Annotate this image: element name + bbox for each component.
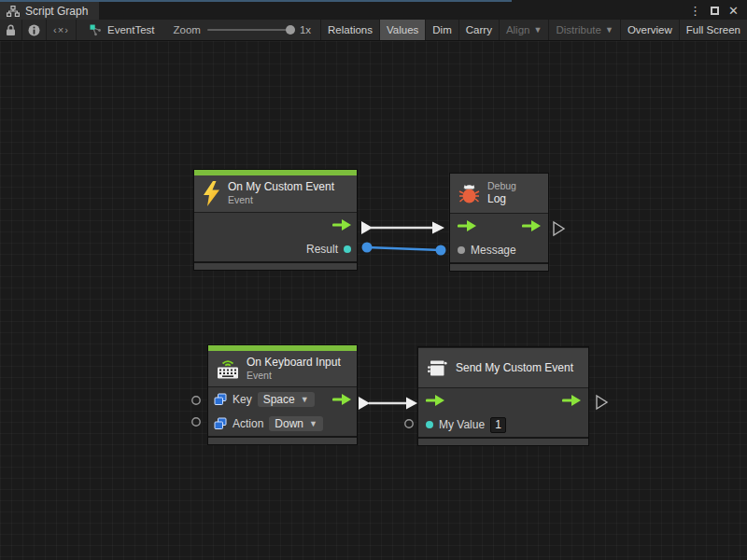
window-close-button[interactable]: ✕ bbox=[726, 5, 741, 17]
node-subtitle: Event bbox=[247, 370, 341, 382]
lock-button[interactable] bbox=[0, 20, 22, 40]
keycode-icon bbox=[214, 417, 227, 430]
control-output-port[interactable] bbox=[332, 394, 351, 405]
code-icon: ‹×› bbox=[53, 24, 69, 35]
overview-button[interactable]: Overview bbox=[620, 20, 679, 40]
align-label: Align bbox=[506, 24, 530, 35]
unconnected-control-output-triangle[interactable] bbox=[597, 396, 607, 409]
unconnected-value-input-circle[interactable] bbox=[192, 418, 200, 426]
control-input-port[interactable] bbox=[426, 395, 444, 406]
window-menu-button[interactable]: ⋮ bbox=[686, 5, 704, 17]
message-port-label: Message bbox=[471, 244, 516, 257]
tab-script-graph[interactable]: Script Graph bbox=[0, 2, 99, 20]
unit-machine-icon bbox=[427, 358, 448, 378]
carry-toggle[interactable]: Carry bbox=[458, 20, 499, 40]
node-title: On Keyboard Input bbox=[247, 356, 341, 370]
zoom-label: Zoom bbox=[173, 24, 200, 35]
node-title: On My Custom Event bbox=[228, 180, 334, 194]
zoom-slider-knob[interactable] bbox=[286, 25, 295, 35]
chevron-down-icon: ▼ bbox=[301, 396, 309, 404]
key-dropdown[interactable]: Space ▼ bbox=[258, 392, 315, 407]
distribute-dropdown[interactable]: Distribute ▼ bbox=[548, 20, 620, 40]
node-debug-log[interactable]: Debug Log Message bbox=[450, 174, 548, 271]
action-dropdown-value: Down bbox=[275, 418, 303, 429]
unconnected-value-input-circle[interactable] bbox=[192, 397, 200, 404]
relations-label: Relations bbox=[328, 24, 373, 35]
value-connection-result-to-message[interactable] bbox=[362, 243, 446, 256]
my-value-port[interactable] bbox=[426, 421, 433, 428]
values-label: Values bbox=[387, 24, 418, 35]
preview-code-button[interactable]: ‹×› bbox=[47, 20, 77, 40]
zoom-control: Zoom 1x bbox=[163, 20, 320, 40]
relations-toggle[interactable]: Relations bbox=[320, 20, 379, 40]
graph-canvas[interactable]: On My Custom Event Event Result bbox=[0, 41, 747, 560]
dim-toggle[interactable]: Dim bbox=[425, 20, 458, 40]
graph-breadcrumb[interactable]: EventTest bbox=[77, 20, 164, 40]
control-output-port[interactable] bbox=[332, 219, 351, 231]
my-value-input[interactable]: 1 bbox=[490, 417, 506, 433]
keyboard-icon bbox=[217, 358, 239, 379]
lightning-bolt-icon bbox=[203, 181, 220, 206]
overview-label: Overview bbox=[627, 24, 672, 35]
graph-toolbar: ‹×› EventTest Zoom 1x Relations Values D… bbox=[0, 20, 747, 41]
node-footer bbox=[418, 437, 588, 445]
control-connection-keyboard-to-send[interactable] bbox=[359, 397, 417, 410]
node-send-my-custom-event[interactable]: Send My Custom Event My Value bbox=[418, 347, 588, 445]
zoom-value: 1x bbox=[300, 24, 311, 35]
result-port-label: Result bbox=[306, 243, 338, 256]
window-maximize-button[interactable] bbox=[711, 7, 719, 15]
node-subtitle: Event bbox=[228, 194, 334, 206]
message-value-port[interactable] bbox=[458, 246, 465, 254]
carry-label: Carry bbox=[466, 24, 492, 35]
key-port-label: Key bbox=[233, 393, 252, 406]
inspect-button[interactable] bbox=[22, 20, 47, 40]
node-title: Send My Custom Event bbox=[456, 361, 573, 375]
node-title: Log bbox=[487, 192, 516, 206]
unconnected-control-output-triangle[interactable] bbox=[554, 222, 564, 235]
node-on-my-custom-event[interactable]: On My Custom Event Event Result bbox=[194, 170, 357, 270]
my-value-port-label: My Value bbox=[439, 418, 485, 431]
connections-overlay bbox=[0, 41, 747, 560]
lock-icon bbox=[6, 24, 16, 36]
dim-label: Dim bbox=[432, 24, 451, 35]
node-footer bbox=[208, 436, 357, 444]
chevron-down-icon: ▼ bbox=[309, 420, 317, 428]
keycode-icon bbox=[214, 393, 227, 406]
graph-asset-icon bbox=[90, 24, 102, 36]
control-output-port[interactable] bbox=[522, 220, 541, 231]
control-connection-custom-event-to-log[interactable] bbox=[361, 221, 444, 234]
unconnected-value-input-circle[interactable] bbox=[405, 420, 413, 427]
graph-tab-icon bbox=[7, 6, 20, 17]
zoom-slider[interactable] bbox=[207, 29, 293, 31]
align-dropdown[interactable]: Align ▼ bbox=[499, 20, 549, 40]
values-toggle[interactable]: Values bbox=[379, 20, 425, 40]
chevron-down-icon: ▼ bbox=[533, 25, 542, 35]
action-port-label: Action bbox=[233, 417, 263, 430]
control-input-port[interactable] bbox=[458, 220, 476, 231]
node-footer bbox=[194, 261, 357, 270]
tab-title: Script Graph bbox=[25, 5, 88, 18]
chevron-down-icon: ▼ bbox=[605, 25, 613, 35]
fullscreen-button[interactable]: Full Screen bbox=[679, 20, 747, 40]
info-icon bbox=[28, 24, 40, 36]
key-dropdown-value: Space bbox=[263, 394, 295, 405]
node-footer bbox=[450, 262, 548, 271]
graph-name-label: EventTest bbox=[107, 24, 155, 35]
distribute-label: Distribute bbox=[556, 24, 601, 35]
node-on-keyboard-input[interactable]: On Keyboard Input Event Key Space ▼ bbox=[208, 345, 357, 444]
window-titlebar: Script Graph ⋮ ✕ bbox=[0, 0, 747, 20]
fullscreen-label: Full Screen bbox=[686, 24, 740, 35]
result-value-port[interactable] bbox=[344, 245, 351, 253]
node-category: Debug bbox=[487, 180, 516, 192]
control-output-port[interactable] bbox=[562, 395, 581, 406]
action-dropdown[interactable]: Down ▼ bbox=[269, 416, 323, 431]
bug-icon bbox=[458, 183, 480, 204]
